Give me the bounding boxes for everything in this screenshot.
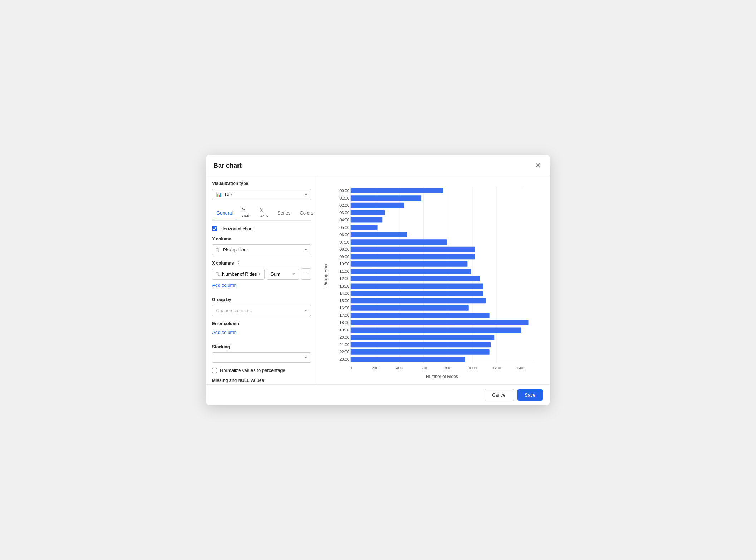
svg-rect-41 xyxy=(351,276,480,281)
horizontal-chart-checkbox[interactable] xyxy=(212,226,217,231)
x-columns-label: X columns xyxy=(212,261,234,266)
svg-text:02:00: 02:00 xyxy=(339,203,349,207)
bar-chart: 020040060080010001200140000:0001:0002:00… xyxy=(323,181,544,381)
cancel-button[interactable]: Cancel xyxy=(485,389,514,401)
chevron-down-icon: ▾ xyxy=(305,192,307,197)
tab-colors[interactable]: Colors xyxy=(295,208,317,218)
svg-text:12:00: 12:00 xyxy=(339,276,349,281)
close-button[interactable]: ✕ xyxy=(534,161,543,171)
agg-chevron-icon: ▾ xyxy=(293,272,295,276)
svg-rect-43 xyxy=(351,283,483,289)
svg-rect-47 xyxy=(351,298,486,303)
svg-rect-23 xyxy=(351,210,385,215)
svg-text:23:00: 23:00 xyxy=(339,357,349,362)
left-panel: Visualization type 📊 Bar ▾ General Y axi… xyxy=(206,175,317,384)
normalize-row: Normalize values to percentage xyxy=(212,368,311,373)
error-add-column-link[interactable]: Add column xyxy=(212,330,237,335)
group-by-select[interactable]: Choose column... ▾ xyxy=(212,305,311,316)
svg-text:200: 200 xyxy=(372,366,378,370)
viz-type-section: Visualization type 📊 Bar ▾ xyxy=(212,181,311,200)
group-by-placeholder: Choose column... xyxy=(216,308,252,313)
svg-text:09:00: 09:00 xyxy=(339,255,349,259)
stacking-select[interactable]: ▾ xyxy=(212,352,311,363)
svg-text:11:00: 11:00 xyxy=(339,269,349,274)
svg-text:15:00: 15:00 xyxy=(339,299,349,303)
svg-text:03:00: 03:00 xyxy=(339,211,349,215)
error-column-section: Error column Add column xyxy=(212,321,311,340)
stacking-label: Stacking xyxy=(212,344,311,349)
remove-column-button[interactable]: − xyxy=(301,268,311,280)
tab-y-axis[interactable]: Y axis xyxy=(238,205,255,221)
svg-rect-37 xyxy=(351,261,468,267)
svg-text:Pickup Hour: Pickup Hour xyxy=(323,263,328,286)
svg-rect-25 xyxy=(351,217,382,223)
bar-chart-icon: 📊 xyxy=(216,192,222,197)
svg-rect-53 xyxy=(351,320,529,325)
normalize-label: Normalize values to percentage xyxy=(220,368,285,373)
x-column-value: Number of Rides xyxy=(222,271,257,277)
modal-header: Bar chart ✕ xyxy=(206,155,550,175)
error-column-label: Error column xyxy=(212,321,311,326)
svg-rect-35 xyxy=(351,254,475,259)
svg-text:18:00: 18:00 xyxy=(339,320,349,325)
svg-text:Number of Rides: Number of Rides xyxy=(426,374,458,379)
viz-type-label: Visualization type xyxy=(212,181,311,186)
x-column-chevron-icon: ▾ xyxy=(259,272,261,276)
y-column-label: Y column xyxy=(212,236,311,241)
x-columns-header: X columns ⋮ xyxy=(212,260,311,266)
modal: Bar chart ✕ Visualization type 📊 Bar ▾ xyxy=(206,155,550,405)
svg-text:21:00: 21:00 xyxy=(339,343,349,347)
svg-rect-39 xyxy=(351,269,471,274)
add-column-link[interactable]: Add column xyxy=(212,283,237,288)
svg-text:20:00: 20:00 xyxy=(339,335,349,339)
x-columns-section: X columns ⋮ ⇅ Number of Rides ▾ Sum xyxy=(212,260,311,293)
x-columns-dots-icon: ⋮ xyxy=(236,260,241,266)
svg-text:07:00: 07:00 xyxy=(339,240,349,244)
svg-rect-51 xyxy=(351,313,490,318)
svg-text:13:00: 13:00 xyxy=(339,284,349,288)
svg-text:800: 800 xyxy=(445,366,451,370)
settings-tabs: General Y axis X axis Series Colors Dat … xyxy=(212,205,311,221)
group-by-label: Group by xyxy=(212,297,311,302)
y-column-icon: ⇅ xyxy=(216,247,220,252)
x-column-icon: ⇅ xyxy=(216,271,220,277)
y-column-select[interactable]: ⇅ Pickup Hour ▾ xyxy=(212,244,311,255)
normalize-checkbox[interactable] xyxy=(212,368,217,373)
svg-rect-31 xyxy=(351,239,447,245)
svg-rect-21 xyxy=(351,203,404,208)
svg-text:06:00: 06:00 xyxy=(339,232,349,237)
svg-text:10:00: 10:00 xyxy=(339,262,349,266)
svg-text:1000: 1000 xyxy=(468,366,477,370)
svg-rect-45 xyxy=(351,291,483,296)
svg-text:14:00: 14:00 xyxy=(339,291,349,295)
save-button[interactable]: Save xyxy=(517,389,543,401)
chart-panel: 020040060080010001200140000:0001:0002:00… xyxy=(317,175,550,384)
x-column-select[interactable]: ⇅ Number of Rides ▾ xyxy=(212,269,265,280)
svg-rect-61 xyxy=(351,349,490,355)
svg-text:400: 400 xyxy=(396,366,403,370)
svg-text:16:00: 16:00 xyxy=(339,306,349,310)
tab-series[interactable]: Series xyxy=(273,208,295,218)
bar-chart-container: 020040060080010001200140000:0001:0002:00… xyxy=(323,181,544,381)
svg-rect-49 xyxy=(351,305,469,311)
aggregation-select[interactable]: Sum ▾ xyxy=(267,269,299,280)
horizontal-chart-row: Horizontal chart xyxy=(212,226,311,231)
svg-text:01:00: 01:00 xyxy=(339,196,349,200)
svg-text:08:00: 08:00 xyxy=(339,247,349,251)
viz-type-select[interactable]: 📊 Bar ▾ xyxy=(212,189,311,200)
stacking-chevron-icon: ▾ xyxy=(305,355,307,360)
svg-rect-29 xyxy=(351,232,407,237)
group-by-section: Group by Choose column... ▾ xyxy=(212,297,311,316)
x-column-row: ⇅ Number of Rides ▾ Sum ▾ − xyxy=(212,268,311,280)
y-column-section: Y column ⇅ Pickup Hour ▾ xyxy=(212,236,311,255)
svg-rect-33 xyxy=(351,247,475,252)
svg-rect-63 xyxy=(351,357,465,362)
tab-general[interactable]: General xyxy=(212,208,237,218)
aggregation-value: Sum xyxy=(271,271,280,277)
tab-x-axis[interactable]: X axis xyxy=(255,205,272,221)
svg-text:00:00: 00:00 xyxy=(339,188,349,193)
missing-null-section: Missing and NULL values Convert to 0 and… xyxy=(212,378,311,384)
viz-type-value: Bar xyxy=(225,192,232,197)
svg-rect-57 xyxy=(351,335,494,340)
modal-body: Visualization type 📊 Bar ▾ General Y axi… xyxy=(206,175,550,384)
